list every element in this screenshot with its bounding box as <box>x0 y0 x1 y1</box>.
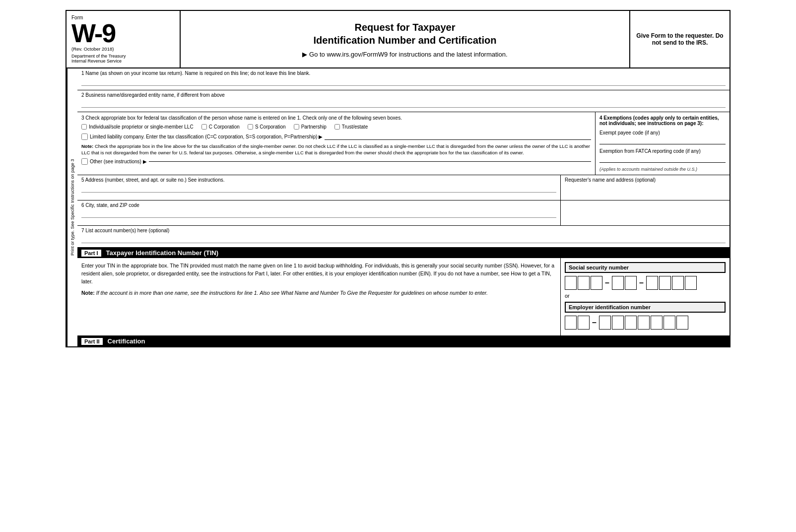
part1-title: Taxpayer Identification Number (TIN) <box>106 249 219 257</box>
note-bold: Note: <box>81 143 93 149</box>
ein-box6[interactable] <box>638 316 650 330</box>
llc-checkbox[interactable] <box>81 133 88 140</box>
part1-badge: Part I <box>81 250 101 257</box>
line7-field: 7 List account number(s) here (optional) <box>77 226 730 248</box>
line6-input[interactable] <box>81 209 556 218</box>
ein-box7[interactable] <box>651 316 663 330</box>
ssn-box3[interactable] <box>591 276 602 290</box>
ssn-box2[interactable] <box>578 276 590 290</box>
note-content: Check the appropriate box in the line ab… <box>81 143 590 155</box>
checkbox-individual: Individual/sole proprietor or single-mem… <box>81 124 194 130</box>
note-text: Note: Check the appropriate box in the l… <box>81 143 591 156</box>
ein-box4[interactable] <box>612 316 624 330</box>
partnership-label: Partnership <box>301 124 327 130</box>
ssn-box9[interactable] <box>685 276 697 290</box>
fatca-label: Exemption from FATCA reporting code (if … <box>599 148 726 154</box>
ssn-box1[interactable] <box>565 276 577 290</box>
part2-badge: Part II <box>81 338 103 345</box>
checkbox-s-corp: S Corporation <box>248 124 286 130</box>
ein-box1[interactable] <box>565 316 577 330</box>
other-label: Other (see instructions) ▶ <box>90 159 147 164</box>
form-body: Print or type. See Specific Instructions… <box>66 68 730 346</box>
llc-label: Limited liability company. Enter the tax… <box>90 134 323 139</box>
line6-label: 6 City, state, and ZIP code <box>81 202 556 208</box>
requester-address-space <box>561 200 730 225</box>
ssn-box7[interactable] <box>659 276 671 290</box>
ein-box2[interactable] <box>578 316 590 330</box>
individual-label: Individual/sole proprietor or single-mem… <box>89 124 194 130</box>
form-title: Request for Taxpayer Identification Numb… <box>314 21 497 47</box>
line5-label: 5 Address (number, street, and apt. or s… <box>81 177 556 183</box>
exempt-payee-input[interactable] <box>599 136 726 144</box>
trust-label: Trust/estate <box>342 124 368 130</box>
exemptions-label: 4 Exemptions (codes apply only to certai… <box>599 115 726 126</box>
line2-input[interactable] <box>81 99 726 108</box>
checkbox-trust: Trust/estate <box>334 124 368 130</box>
ssn-group1 <box>565 276 602 290</box>
line5-row: 5 Address (number, street, and apt. or s… <box>77 175 730 200</box>
part1-note-bold: Note: <box>81 290 95 296</box>
ein-box8[interactable] <box>663 316 675 330</box>
requester-label: Requester's name and address (optional) <box>565 177 726 183</box>
part1-header: Part I Taxpayer Identification Number (T… <box>77 248 730 258</box>
form-fields: 1 Name (as shown on your income tax retu… <box>77 68 730 346</box>
line2-field: 2 Business name/disregarded entity name,… <box>77 90 730 112</box>
ein-box5[interactable] <box>625 316 637 330</box>
or-label: or <box>565 293 726 299</box>
form-dept: Department of the Treasury Internal Reve… <box>71 54 175 64</box>
fatca-note: (Applies to accounts maintained outside … <box>599 167 726 172</box>
c-corp-label: C Corporation <box>209 124 240 130</box>
part2-header: Part II Certification <box>77 336 730 346</box>
ein-group1 <box>565 316 590 330</box>
line3-section: 3 Check appropriate box for federal tax … <box>77 112 730 175</box>
line5-input[interactable] <box>81 184 556 193</box>
part1-text: Enter your TIN in the appropriate box. T… <box>77 258 561 335</box>
partnership-checkbox[interactable] <box>294 124 299 130</box>
part1-description: Enter your TIN in the appropriate box. T… <box>81 262 556 285</box>
line1-field: 1 Name (as shown on your income tax retu… <box>77 68 730 90</box>
fatca-input[interactable] <box>599 155 726 163</box>
llc-row: Limited liability company. Enter the tax… <box>81 133 591 140</box>
part1-note-text: If the account is in more than one name,… <box>95 290 488 296</box>
form-header: Form W-9 (Rev. October 2018) Department … <box>66 11 730 68</box>
s-corp-checkbox[interactable] <box>248 124 253 130</box>
ssn-box5[interactable] <box>625 276 637 290</box>
ein-box9[interactable] <box>676 316 688 330</box>
line6-left: 6 City, state, and ZIP code <box>77 200 561 225</box>
ein-dash: – <box>591 318 597 327</box>
part1-content: Enter your TIN in the appropriate box. T… <box>77 258 730 336</box>
fatca-field: Exemption from FATCA reporting code (if … <box>599 148 726 163</box>
line6-row: 6 City, state, and ZIP code <box>77 200 730 226</box>
ein-box3[interactable] <box>599 316 611 330</box>
other-input-line <box>149 161 591 162</box>
ein-group2 <box>599 316 688 330</box>
part2-title: Certification <box>108 337 145 345</box>
ssn-box6[interactable] <box>646 276 658 290</box>
other-checkbox[interactable] <box>81 158 88 165</box>
form-subtitle: ▶ Go to www.irs.gov/FormW9 for instructi… <box>302 51 507 58</box>
trust-checkbox[interactable] <box>334 124 340 130</box>
line1-label: 1 Name (as shown on your income tax retu… <box>81 70 726 76</box>
line3-left: 3 Check appropriate box for federal tax … <box>77 112 596 175</box>
line3-header: 3 Check appropriate box for federal tax … <box>81 115 591 121</box>
individual-checkbox[interactable] <box>81 124 87 130</box>
side-label: Print or type. See Specific Instructions… <box>66 68 77 346</box>
header-left: Form W-9 (Rev. October 2018) Department … <box>66 11 181 67</box>
ssn-box4[interactable] <box>612 276 624 290</box>
ssn-dash2: – <box>638 278 645 287</box>
ssn-box8[interactable] <box>672 276 684 290</box>
ein-boxes: – <box>565 316 726 330</box>
tin-section: Social security number – – <box>561 258 730 335</box>
c-corp-checkbox[interactable] <box>201 124 207 130</box>
w9-form: Form W-9 (Rev. October 2018) Department … <box>66 10 730 347</box>
header-center: Request for Taxpayer Identification Numb… <box>181 11 630 67</box>
line7-input[interactable] <box>81 234 726 243</box>
line5-left: 5 Address (number, street, and apt. or s… <box>77 175 561 200</box>
part1-note: Note: If the account is in more than one… <box>81 289 556 297</box>
line1-input[interactable] <box>81 77 726 86</box>
requester-field: Requester's name and address (optional) <box>561 175 730 200</box>
form-number: W-9 <box>71 20 175 46</box>
ssn-label: Social security number <box>565 262 726 273</box>
ssn-group2 <box>612 276 637 290</box>
checkbox-partnership: Partnership <box>294 124 327 130</box>
